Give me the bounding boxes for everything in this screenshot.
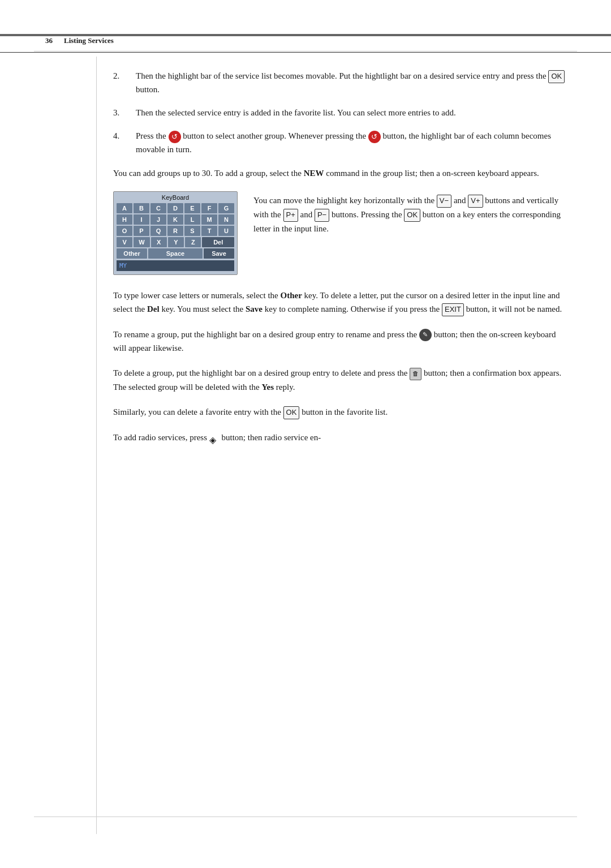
item-text-3: Then the selected service entry is added… [136,106,566,119]
key-Z[interactable]: Z [185,237,201,247]
key-W[interactable]: W [134,237,149,247]
footer-rule [34,817,577,817]
list-item-4: 4. Press the button to select another gr… [113,130,566,156]
group-select-icon-2 [368,131,381,143]
ok-key-1: OK [548,70,565,83]
rename-icon [419,329,432,341]
item-text-4: Press the button to select another group… [136,130,566,156]
keyboard-description: You can move the highlight key horizonta… [253,191,566,275]
pplus-key: P+ [283,209,298,222]
del-keyword: Del [147,304,160,313]
keyboard-title: KeyBoard [117,194,234,201]
key-Q[interactable]: Q [150,226,166,236]
yes-keyword: Yes [261,383,274,392]
key-I[interactable]: I [134,214,149,225]
key-R[interactable]: R [167,226,183,236]
list-item-2: 2. Then the highlight bar of the service… [113,70,566,96]
key-S[interactable]: S [184,226,200,236]
item-number-2: 2. [113,70,136,96]
keyboard-ui: KeyBoard A B C D E F G H I [113,191,238,275]
margin-line [96,57,97,834]
delete-group-para: To delete a group, put the highlight bar… [113,366,566,393]
key-N[interactable]: N [218,214,234,225]
other-keyword: Other [281,291,302,300]
key-T[interactable]: T [201,226,217,236]
item-text-2: Then the highlight bar of the service li… [136,70,566,96]
key-C[interactable]: C [150,203,166,213]
key-X[interactable]: X [151,237,167,247]
ok-key-kb: OK [404,209,420,222]
item-number-4: 4. [113,130,136,156]
header-title: Listing Services [64,36,114,45]
key-V[interactable]: V [117,237,132,247]
exit-key: EXIT [442,303,464,316]
key-M[interactable]: M [201,214,217,225]
kb-row-3: O P Q R S T U [117,226,234,236]
kb-input-display: MY [117,260,234,271]
key-Other[interactable]: Other [117,248,147,259]
key-Save[interactable]: Save [204,248,234,259]
add-radio-para: To add radio services, press ◈ button; t… [113,431,566,444]
radio-icon: ◈ [209,433,220,443]
rename-group-para: To rename a group, put the highlight bar… [113,328,566,355]
key-Space[interactable]: Space [148,248,203,259]
page: 36 Listing Services 2. Then the highligh… [0,0,611,868]
key-B[interactable]: B [134,203,149,213]
list-item-3: 3. Then the selected service entry is ad… [113,106,566,119]
delete-favorite-para: Similarly, you can delete a favorite ent… [113,405,566,419]
ok-key-fav: OK [283,406,300,419]
pminus-key: P− [315,209,329,222]
kb-row-1: A B C D E F G [117,203,234,213]
key-O[interactable]: O [117,226,132,236]
key-H[interactable]: H [117,214,132,225]
vminus-key: V− [437,195,451,208]
page-header: 36 Listing Services [0,36,611,53]
key-U[interactable]: U [218,226,234,236]
item-number-3: 3. [113,106,136,119]
kb-row-2: H I J K L M N [117,214,234,225]
kb-row-4: V W X Y Z Del [117,237,234,247]
save-keyword: Save [246,304,263,313]
key-Y[interactable]: Y [168,237,184,247]
key-G[interactable]: G [218,203,234,213]
vplus-key: V+ [468,195,483,208]
keyboard-image: KeyBoard A B C D E F G H I [113,191,238,275]
key-E[interactable]: E [184,203,200,213]
new-keyword: NEW [304,169,324,178]
key-F[interactable]: F [201,203,217,213]
header-rule [34,51,577,51]
group-select-icon-1 [169,131,181,143]
add-groups-para: You can add groups up to 30. To add a gr… [113,166,566,180]
key-A[interactable]: A [117,203,132,213]
keyboard-section: KeyBoard A B C D E F G H I [113,191,566,275]
lowercase-para: To type lower case letters or numerals, … [113,289,566,316]
key-P[interactable]: P [134,226,149,236]
key-J[interactable]: J [150,214,166,225]
page-number: 36 [45,36,53,45]
kb-bottom-row: Other Space Save [117,248,234,259]
key-L[interactable]: L [184,214,200,225]
key-D[interactable]: D [167,203,183,213]
key-K[interactable]: K [167,214,183,225]
key-Del[interactable]: Del [202,237,234,247]
main-content: 2. Then the highlight bar of the service… [0,70,611,444]
delete-icon: 🗑 [410,368,421,380]
